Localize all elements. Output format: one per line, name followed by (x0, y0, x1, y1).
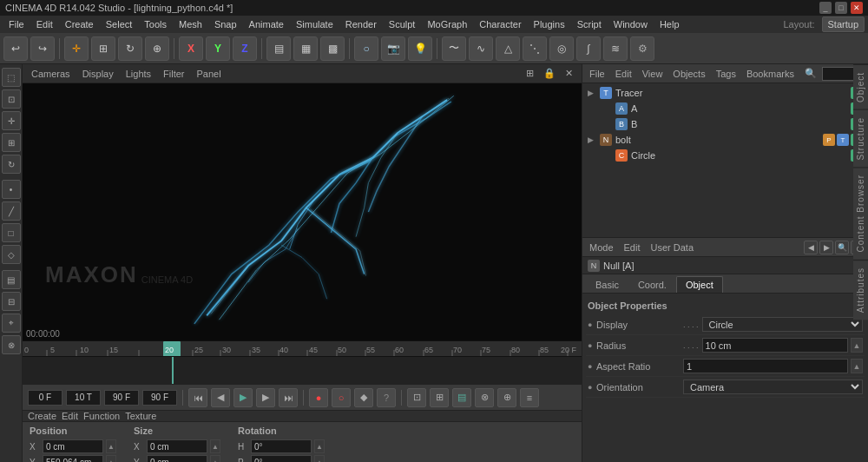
taper-deform[interactable]: △ (496, 36, 520, 61)
attr-menu-mode[interactable]: Mode (586, 241, 617, 254)
menu-sculpt[interactable]: Sculpt (384, 17, 421, 31)
attr-prev-btn[interactable]: ◀ (804, 241, 818, 254)
mode-btn4[interactable]: ⊗ (475, 388, 494, 407)
scale-mode-btn[interactable]: ⊞ (2, 133, 21, 152)
menu-snap[interactable]: Snap (209, 17, 242, 31)
record-btn[interactable]: ● (309, 388, 328, 407)
menu-select[interactable]: Select (101, 17, 138, 31)
tab-coord[interactable]: Coord. (628, 276, 676, 293)
end-frame-input[interactable] (104, 390, 139, 406)
obj-menu-edit[interactable]: Edit (612, 67, 635, 81)
brush-tool[interactable]: ⊗ (2, 335, 21, 354)
obj-menu-bookmarks[interactable]: Bookmarks (743, 67, 798, 81)
rot-p-spin[interactable]: ▲ (314, 455, 325, 462)
light-obj[interactable]: 💡 (408, 36, 432, 61)
tab-basic[interactable]: Basic (586, 276, 628, 293)
workplane-btn[interactable]: ⊟ (2, 292, 21, 311)
tab-display[interactable]: Display (79, 67, 117, 81)
y-axis[interactable]: Y (206, 36, 230, 61)
selection-tool-btn[interactable]: ⬚ (2, 68, 21, 87)
rotate-mode-btn[interactable]: ↻ (2, 155, 21, 174)
size-x-spin[interactable]: ▲ (210, 439, 220, 453)
orientation-select[interactable]: Camera XY ZY XZ (683, 380, 863, 394)
menu-mesh[interactable]: Mesh (174, 17, 207, 31)
tab-cameras[interactable]: Cameras (28, 67, 74, 81)
radius-spin[interactable]: ▲ (851, 338, 863, 353)
maximize-button[interactable]: □ (835, 2, 847, 14)
formula-deform[interactable]: ∫ (576, 36, 601, 61)
mode-btn6[interactable]: ≡ (520, 388, 539, 407)
tab-function[interactable]: Function (83, 411, 120, 421)
obj-bolt[interactable]: ▶ N bolt P T ✓ (584, 132, 866, 148)
obj-tracer[interactable]: ▶ T Tracer ✓ (584, 85, 866, 101)
obj-menu-file[interactable]: File (586, 67, 608, 81)
timeline-ruler[interactable]: 0 5 10 15 20 25 (23, 341, 582, 357)
mode-btn2[interactable]: ⊞ (430, 388, 449, 407)
rotate-tool[interactable]: ↻ (118, 36, 142, 61)
mode-btn5[interactable]: ⊕ (497, 388, 516, 407)
menu-animate[interactable]: Animate (244, 17, 289, 31)
menu-help[interactable]: Help (654, 17, 685, 31)
redo-button[interactable]: ↪ (30, 36, 55, 61)
minimize-button[interactable]: _ (819, 2, 832, 14)
close-button[interactable]: ✕ (851, 2, 863, 14)
edge-label-content[interactable]: Content Browser (853, 167, 868, 259)
menu-edit[interactable]: Edit (31, 17, 58, 31)
aspect-input[interactable] (683, 359, 848, 373)
aspect-spin[interactable]: ▲ (851, 359, 863, 373)
attr-search-btn[interactable]: 🔍 (835, 241, 849, 254)
pos-y-input[interactable] (43, 455, 103, 462)
undo-button[interactable]: ↩ (3, 36, 28, 61)
obj-a[interactable]: A A ✓ (584, 101, 866, 116)
displace-deform[interactable]: ⚙ (630, 36, 654, 61)
menu-character[interactable]: Character (474, 17, 526, 31)
obj-b[interactable]: B B ✓ (584, 116, 866, 132)
next-frame-btn[interactable]: ▶ (256, 388, 275, 407)
menu-plugins[interactable]: Plugins (529, 17, 570, 31)
edge-label-object[interactable]: Object (853, 64, 868, 109)
null-obj[interactable]: ○ (354, 36, 378, 61)
viewport-icon-add[interactable]: ⊞ (523, 66, 537, 81)
tab-panel[interactable]: Panel (194, 67, 225, 81)
z-axis[interactable]: Z (233, 36, 257, 61)
menu-mograph[interactable]: MoGraph (422, 17, 472, 31)
radius-input[interactable] (702, 338, 848, 353)
tab-create[interactable]: Create (28, 411, 56, 421)
alt-frame-input[interactable] (142, 390, 177, 406)
goto-start-btn[interactable]: ⏮ (188, 388, 207, 407)
points-mode[interactable]: • (2, 180, 21, 199)
attr-menu-edit[interactable]: Edit (621, 241, 644, 254)
mode-btn3[interactable]: ▤ (452, 388, 471, 407)
auto-key-btn[interactable]: ○ (332, 388, 351, 407)
pos-y-spin[interactable]: ▲ (106, 455, 116, 462)
size-y-input[interactable] (147, 455, 207, 462)
render-region[interactable]: ▤ (266, 36, 291, 61)
viewport-icon-lock[interactable]: 🔒 (540, 66, 559, 81)
twist-deform[interactable]: ∿ (469, 36, 493, 61)
bend-deform[interactable]: 〜 (442, 36, 466, 61)
prev-frame-btn[interactable]: ◀ (211, 388, 230, 407)
tab-filter[interactable]: Filter (160, 67, 187, 81)
live-select-btn[interactable]: ⊡ (2, 89, 21, 109)
display-select[interactable]: Circle Dot Box None (702, 317, 863, 332)
rot-p-input[interactable] (251, 455, 312, 462)
obj-menu-tags[interactable]: Tags (713, 67, 740, 81)
menu-window[interactable]: Window (608, 17, 653, 31)
pos-x-input[interactable] (43, 439, 103, 453)
menu-file[interactable]: File (3, 17, 30, 31)
edges-mode[interactable]: ╱ (2, 201, 21, 221)
goto-end-btn[interactable]: ⏭ (279, 388, 298, 407)
obj-menu-view[interactable]: View (639, 67, 667, 81)
render-all[interactable]: ▩ (320, 36, 345, 61)
obj-mode[interactable]: ◇ (2, 245, 21, 264)
transform-tool[interactable]: ⊕ (145, 36, 169, 61)
menu-render[interactable]: Render (340, 17, 382, 31)
rot-h-spin[interactable]: ▲ (314, 439, 325, 453)
texture-mode[interactable]: ▤ (2, 270, 21, 289)
menu-simulate[interactable]: Simulate (291, 17, 339, 31)
x-axis[interactable]: X (179, 36, 203, 61)
poly-mode[interactable]: □ (2, 223, 21, 242)
obj-menu-objects[interactable]: Objects (669, 67, 708, 81)
move-mode-btn[interactable]: ✛ (2, 111, 21, 130)
viewport-icon-close[interactable]: ✕ (562, 66, 576, 81)
